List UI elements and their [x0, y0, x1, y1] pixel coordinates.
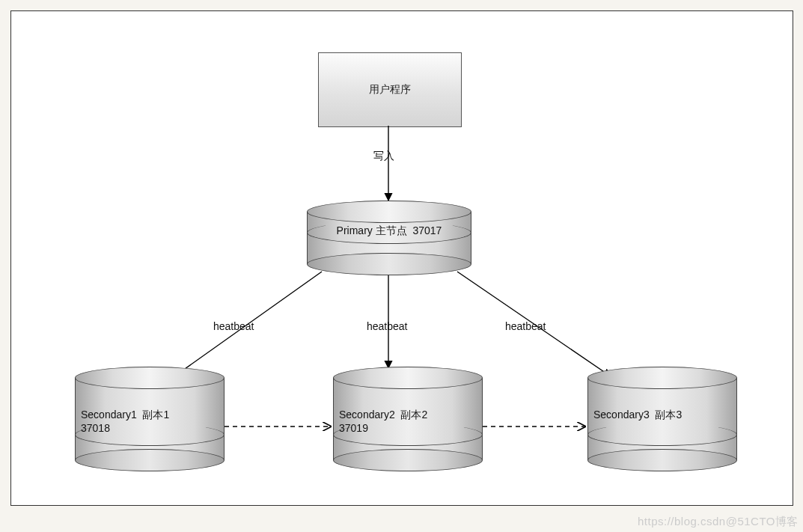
secondary1-node-label: Secondary1 副本1 37018	[75, 409, 225, 434]
secondary3-node-cylinder: Secondary3 副本3	[587, 367, 737, 471]
edge-label-write: 写入	[373, 150, 394, 163]
client-app-label: 用户程序	[369, 83, 411, 97]
watermark-text: https://blog.csdn@51CTO博客	[638, 515, 799, 529]
edge-label-heartbeat-right: heatbeat	[505, 320, 546, 332]
edge-label-heartbeat-left: heatbeat	[213, 320, 254, 332]
secondary2-node-label: Secondary2 副本2 37019	[333, 409, 483, 434]
primary-node-label: Primary 主节点 37017	[307, 224, 471, 238]
diagram-frame: 用户程序 Primary 主节点 37017 Secondary1 副本1 37…	[10, 10, 793, 506]
primary-node-cylinder: Primary 主节点 37017	[307, 201, 471, 275]
secondary3-node-label: Secondary3 副本3	[587, 409, 737, 422]
secondary1-node-cylinder: Secondary1 副本1 37018	[75, 367, 225, 471]
secondary2-node-cylinder: Secondary2 副本2 37019	[333, 367, 483, 471]
client-app-box: 用户程序	[318, 52, 462, 127]
edge-label-heartbeat-mid: heatbeat	[367, 320, 408, 332]
